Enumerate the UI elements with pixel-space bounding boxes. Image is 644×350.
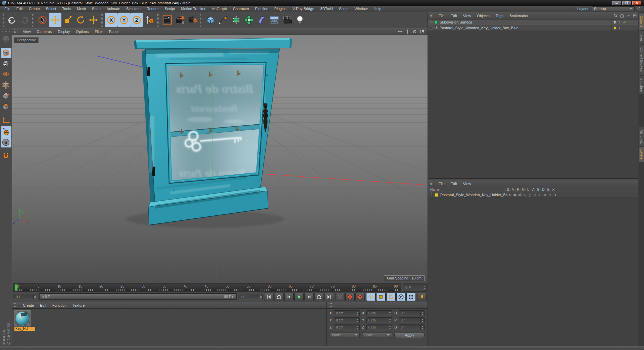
display-tag-icon[interactable] bbox=[613, 20, 617, 24]
menu-texture[interactable]: Texture bbox=[69, 303, 88, 308]
texture-mode-icon[interactable] bbox=[1, 58, 11, 69]
kf-pla-icon[interactable] bbox=[406, 293, 416, 301]
magnet-icon[interactable] bbox=[1, 151, 11, 162]
axis-z-icon[interactable]: Z bbox=[130, 13, 143, 27]
layout-dropdown[interactable]: Startup bbox=[592, 6, 635, 11]
cell-arrow-icon[interactable] bbox=[548, 193, 553, 197]
menu-bookmarks[interactable]: Bookmarks bbox=[506, 13, 531, 18]
material-thumbnail[interactable] bbox=[14, 310, 31, 326]
menu-select[interactable]: Select bbox=[43, 6, 59, 11]
edges-mode-icon[interactable] bbox=[1, 91, 11, 101]
menu-view[interactable]: View bbox=[460, 181, 474, 186]
workplane-icon[interactable] bbox=[1, 69, 11, 80]
object-name[interactable]: Pastoral_Style_Wooden_Key_Holder_Box_Blu… bbox=[440, 26, 518, 30]
menu-edit[interactable]: Edit bbox=[448, 13, 460, 18]
cell-bars-icon[interactable] bbox=[533, 193, 538, 197]
dock-tab-structure[interactable]: Structure bbox=[639, 76, 644, 94]
column-header-r[interactable]: R bbox=[516, 188, 521, 191]
dock-tab-layers[interactable]: Layers bbox=[639, 147, 644, 162]
menu-render[interactable]: Render bbox=[144, 6, 162, 11]
enabled-check-icon[interactable] bbox=[623, 20, 626, 24]
cell-blob-icon[interactable] bbox=[543, 193, 548, 197]
panel-grip[interactable] bbox=[328, 303, 333, 307]
kf-rotation-icon[interactable] bbox=[386, 293, 396, 301]
layer-row[interactable]: Pastoral_Style_Wooden_Key_Holder_Box_Blu… bbox=[428, 192, 638, 198]
link-small-icon[interactable] bbox=[626, 13, 631, 18]
menu-3dtoall[interactable]: 3DToAll bbox=[317, 6, 336, 11]
cell-lock-icon[interactable] bbox=[528, 193, 533, 197]
object-row-subdivision-surface[interactable]: Subdivision Surface bbox=[428, 19, 638, 25]
environment-icon[interactable] bbox=[268, 13, 281, 27]
render-view-icon[interactable] bbox=[161, 13, 174, 27]
menu-objects[interactable]: Objects bbox=[474, 13, 492, 18]
column-header-e[interactable]: E bbox=[546, 188, 551, 191]
cell-tree-icon[interactable] bbox=[523, 193, 528, 197]
menu-character[interactable]: Character bbox=[230, 6, 252, 11]
menu-panel[interactable]: Panel bbox=[106, 29, 121, 34]
viewport-grip[interactable] bbox=[14, 29, 18, 34]
menu-file[interactable]: File bbox=[436, 181, 448, 186]
menu-options[interactable]: Options bbox=[73, 29, 92, 34]
object-name[interactable]: Subdivision Surface bbox=[440, 20, 472, 24]
menu-cameras[interactable]: Cameras bbox=[34, 29, 55, 34]
column-header-m[interactable]: M bbox=[521, 188, 526, 191]
play-icon[interactable] bbox=[294, 293, 304, 301]
menu-create[interactable]: Create bbox=[26, 6, 43, 11]
polygons-mode-icon[interactable] bbox=[1, 101, 11, 112]
menu-window[interactable]: Window bbox=[351, 6, 370, 11]
layer-color-swatch[interactable] bbox=[435, 193, 438, 197]
menu-script[interactable]: Script bbox=[336, 6, 351, 11]
add-cube-icon[interactable] bbox=[204, 13, 217, 27]
rotate-icon[interactable] bbox=[74, 13, 87, 27]
pan-icon[interactable] bbox=[397, 29, 403, 34]
minimize-button[interactable] bbox=[612, 1, 621, 5]
cell-clapper-icon[interactable] bbox=[517, 193, 523, 197]
add-spline-icon[interactable] bbox=[217, 13, 230, 27]
rot-b-field[interactable]: 0 ° bbox=[399, 324, 425, 330]
menu-edit[interactable]: Edit bbox=[37, 303, 49, 308]
menu-filter[interactable]: Filter bbox=[92, 29, 106, 34]
snap-icon[interactable]: S bbox=[1, 137, 11, 147]
menu-simulate[interactable]: Simulate bbox=[123, 6, 144, 11]
apply-button[interactable]: Apply bbox=[394, 332, 425, 338]
name-column-header[interactable]: Name bbox=[428, 188, 506, 191]
column-header-s[interactable]: S bbox=[506, 188, 511, 191]
subdivision-surface-object-icon[interactable] bbox=[434, 20, 438, 25]
render-picture-icon[interactable] bbox=[174, 13, 186, 27]
layer-color-tag-icon[interactable] bbox=[613, 26, 617, 30]
coordinate-system-dropdown[interactable]: World bbox=[330, 332, 360, 338]
points-mode-icon[interactable] bbox=[1, 80, 11, 90]
null-axis-object-icon[interactable] bbox=[434, 26, 438, 30]
orbit-icon[interactable] bbox=[412, 29, 417, 34]
size-x-field[interactable]: 0 cm bbox=[366, 310, 392, 316]
menu-display[interactable]: Display bbox=[55, 29, 73, 34]
material-name-label[interactable]: Key_Hol bbox=[14, 327, 35, 331]
menu-view[interactable]: View bbox=[20, 29, 34, 34]
maximize-button[interactable] bbox=[622, 1, 631, 5]
preview-range-bar[interactable]: 0 F 90 F bbox=[40, 294, 236, 299]
spinner-arrows[interactable] bbox=[423, 284, 427, 291]
subdivision-surface-icon[interactable] bbox=[230, 13, 242, 27]
autokey-help-icon[interactable]: ? bbox=[355, 293, 365, 301]
search-icon[interactable] bbox=[613, 13, 618, 18]
size-z-field[interactable]: 0 cm bbox=[366, 324, 392, 330]
record-icon[interactable] bbox=[345, 293, 355, 301]
column-header-v[interactable]: V bbox=[511, 188, 516, 191]
axis-mode-icon[interactable] bbox=[1, 116, 11, 126]
undo-icon[interactable] bbox=[5, 13, 18, 27]
spinner-arrows[interactable] bbox=[33, 295, 37, 299]
menu-pipeline[interactable]: Pipeline bbox=[252, 6, 271, 11]
dock-tab-objects[interactable]: Objects bbox=[639, 13, 644, 30]
menu-view[interactable]: View bbox=[460, 13, 474, 18]
column-header-d[interactable]: D bbox=[541, 188, 546, 191]
cell-eye-icon[interactable] bbox=[512, 193, 517, 197]
current-frame-field[interactable]: 0 F bbox=[403, 283, 427, 292]
menu-edit[interactable]: Edit bbox=[448, 181, 460, 186]
deformer-icon[interactable] bbox=[255, 13, 268, 27]
panel-grip[interactable] bbox=[430, 181, 434, 186]
menu-tags[interactable]: Tags bbox=[493, 13, 506, 18]
axis-y-icon[interactable]: Y bbox=[117, 13, 130, 27]
menu-file[interactable]: File bbox=[1, 6, 13, 11]
menu-animate[interactable]: Animate bbox=[104, 6, 123, 11]
pos-z-field[interactable]: 0 cm bbox=[334, 324, 360, 330]
